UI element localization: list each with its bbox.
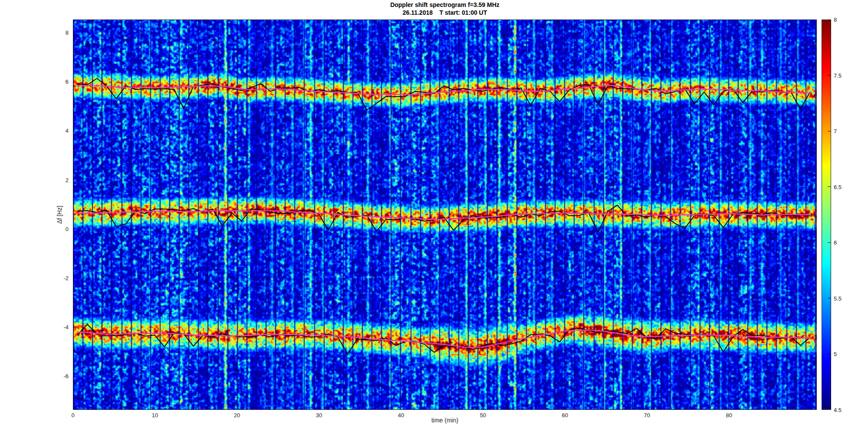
x-tick-label: 20 bbox=[222, 412, 252, 419]
x-tick-label: 30 bbox=[304, 412, 334, 419]
colorbar-tick-label: 6.5 bbox=[834, 183, 842, 190]
x-tick-label: 60 bbox=[550, 412, 580, 419]
y-tick-label: 4 bbox=[21, 128, 69, 134]
y-tick-label: 6 bbox=[21, 78, 69, 85]
doppler-spectrogram-figure: Doppler shift spectrogram f=3.59 MHz 26.… bbox=[0, 0, 868, 435]
x-tick-label: 10 bbox=[140, 412, 170, 419]
x-axis-label: time (min) bbox=[431, 417, 458, 424]
colorbar-tick-label: 7 bbox=[834, 128, 837, 134]
colorbar-tick-label: 7.5 bbox=[834, 72, 842, 78]
x-tick-label: 80 bbox=[714, 412, 744, 419]
colorbar-gradient bbox=[822, 20, 831, 410]
figure-title: Doppler shift spectrogram f=3.59 MHz bbox=[73, 1, 817, 8]
y-tick-label: -4 bbox=[21, 324, 69, 330]
x-tick-label: 70 bbox=[632, 412, 662, 419]
y-tick-label: 2 bbox=[21, 177, 69, 183]
colorbar-tick-label: 5.5 bbox=[834, 295, 842, 301]
spectrogram-canvas bbox=[73, 20, 817, 410]
colorbar-tick-label: 4.5 bbox=[834, 407, 842, 413]
colorbar-tick-label: 8 bbox=[834, 16, 837, 23]
colorbar-tick-label: 6 bbox=[834, 239, 837, 246]
y-tick-label: 0 bbox=[21, 226, 69, 232]
y-tick-label: 8 bbox=[21, 29, 69, 36]
colorbar-tick-label: 5 bbox=[834, 351, 837, 357]
y-tick-label: -6 bbox=[21, 373, 69, 379]
figure-subtitle: 26.11.2018 T start: 01:00 UT bbox=[73, 9, 817, 16]
x-tick-label: 0 bbox=[58, 412, 88, 419]
y-axis-label: Δf [Hz] bbox=[56, 206, 63, 224]
x-tick-label: 40 bbox=[386, 412, 416, 419]
y-tick-label: -2 bbox=[21, 275, 69, 281]
x-tick-label: 50 bbox=[468, 412, 498, 419]
